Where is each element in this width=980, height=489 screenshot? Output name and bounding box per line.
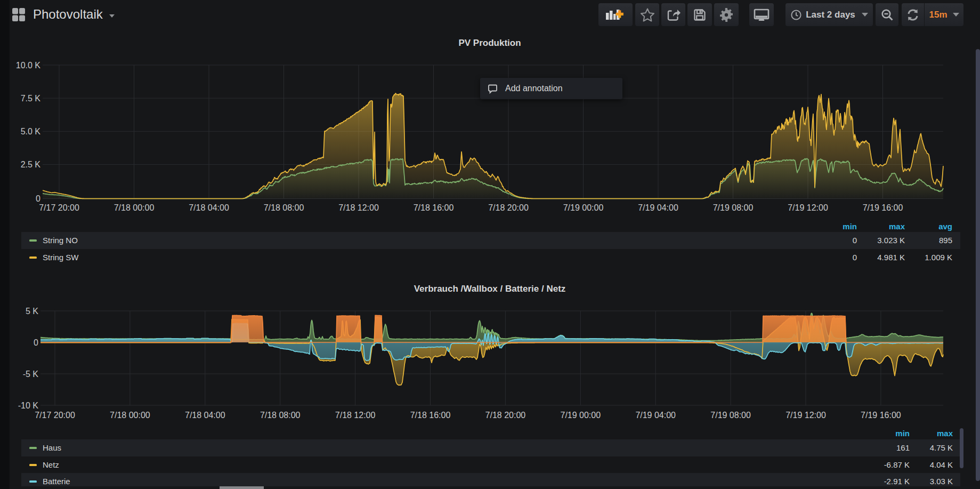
svg-text:7/19 00:00: 7/19 00:00 [560, 411, 601, 420]
svg-text:7/18 08:00: 7/18 08:00 [260, 411, 301, 420]
svg-text:7/19 16:00: 7/19 16:00 [861, 411, 901, 420]
svg-text:7/18 12:00: 7/18 12:00 [335, 411, 376, 420]
svg-text:7/19 12:00: 7/19 12:00 [785, 411, 826, 420]
svg-text:7/19 16:00: 7/19 16:00 [863, 203, 903, 212]
svg-text:7/18 04:00: 7/18 04:00 [185, 411, 225, 420]
svg-text:2.5 K: 2.5 K [21, 160, 41, 169]
svg-text:10.0 K: 10.0 K [16, 61, 41, 70]
svg-text:5.0 K: 5.0 K [21, 127, 41, 136]
svg-text:-10 K: -10 K [18, 401, 39, 410]
svg-text:7/18 20:00: 7/18 20:00 [485, 411, 526, 420]
svg-text:7/18 00:00: 7/18 00:00 [110, 411, 150, 420]
svg-text:PV Produktion: PV Produktion [458, 38, 521, 48]
svg-text:Verbrauch /Wallbox / Batterie: Verbrauch /Wallbox / Batterie / Netz [414, 284, 566, 294]
svg-text:7/19 04:00: 7/19 04:00 [635, 411, 676, 420]
svg-text:0: 0 [36, 194, 41, 203]
svg-text:-5 K: -5 K [23, 370, 39, 379]
svg-text:0: 0 [34, 338, 38, 347]
svg-text:7/17 20:00: 7/17 20:00 [35, 411, 75, 420]
svg-text:7/19 12:00: 7/19 12:00 [788, 203, 828, 212]
svg-text:7/19 08:00: 7/19 08:00 [710, 411, 751, 420]
svg-text:7/18 16:00: 7/18 16:00 [410, 411, 451, 420]
svg-text:7/17 20:00: 7/17 20:00 [39, 203, 79, 212]
svg-text:7/19 00:00: 7/19 00:00 [563, 203, 604, 212]
svg-text:7/19 08:00: 7/19 08:00 [713, 203, 754, 212]
svg-text:7/18 04:00: 7/18 04:00 [189, 203, 229, 212]
svg-text:7/18 20:00: 7/18 20:00 [488, 203, 529, 212]
svg-text:7/18 08:00: 7/18 08:00 [264, 203, 304, 212]
svg-text:7/19 04:00: 7/19 04:00 [638, 203, 678, 212]
svg-text:5 K: 5 K [26, 307, 38, 316]
svg-text:7/18 16:00: 7/18 16:00 [414, 203, 454, 212]
svg-text:7.5 K: 7.5 K [21, 94, 41, 103]
svg-text:7/18 00:00: 7/18 00:00 [114, 203, 155, 212]
svg-text:7/18 12:00: 7/18 12:00 [338, 203, 379, 212]
